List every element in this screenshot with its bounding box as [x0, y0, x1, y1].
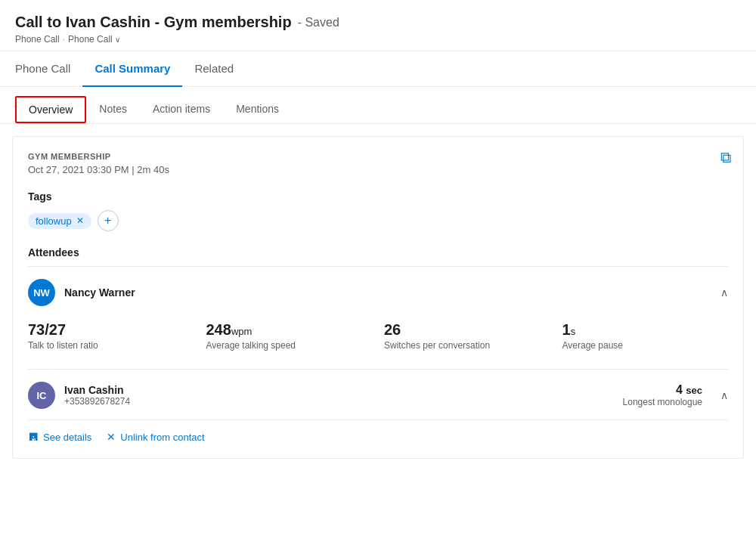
- breadcrumb-separator: ·: [63, 34, 65, 45]
- unlink-label: Unlink from contact: [120, 432, 204, 443]
- tag-remove-icon[interactable]: ✕: [76, 215, 84, 226]
- stat-talking-speed-label: Average talking speed: [206, 340, 373, 351]
- tag-followup: followup ✕: [28, 213, 91, 229]
- tab-related[interactable]: Related: [182, 51, 246, 87]
- subtab-mentions[interactable]: Mentions: [223, 96, 292, 123]
- attendee-chevron-ic[interactable]: ∧: [720, 389, 728, 401]
- tab-call-summary[interactable]: Call Summary: [82, 51, 182, 87]
- page-header: Call to Ivan Cashin - Gym membership - S…: [0, 0, 756, 51]
- stat-avg-pause-label: Average pause: [562, 340, 729, 351]
- breadcrumb-item1[interactable]: Phone Call: [15, 34, 60, 45]
- stat-talk-listen-value: 73/27: [28, 321, 194, 339]
- subtab-overview[interactable]: Overview: [15, 96, 86, 123]
- attendee-chevron-nw[interactable]: ∧: [720, 286, 728, 299]
- see-details-label: See details: [43, 432, 91, 443]
- stats-grid-nw: 73/27 Talk to listen ratio 248wpm Averag…: [28, 315, 728, 357]
- stat-talking-speed: 248wpm Average talking speed: [206, 321, 373, 351]
- unlink-button[interactable]: ✕ Unlink from contact: [107, 431, 204, 443]
- attendee-name-nw: Nancy Warner: [64, 286, 135, 299]
- unlink-icon: ✕: [107, 431, 116, 443]
- stat-longest-monologue: 4 sec Longest monologue: [623, 383, 702, 407]
- attendee-details-ic: Ivan Cashin +353892678274: [64, 384, 130, 407]
- record-title: GYM MEMBERSHIP: [28, 152, 728, 161]
- stat-switches-value: 26: [384, 321, 550, 339]
- stat-avg-pause: 1s Average pause: [562, 321, 729, 351]
- attendee-header-nw: NW Nancy Warner ∧: [28, 279, 728, 306]
- main-tabs: Phone Call Call Summary Related: [0, 51, 756, 87]
- page-title: Call to Ivan Cashin - Gym membership - S…: [15, 14, 741, 31]
- page-saved-label: - Saved: [298, 16, 339, 29]
- ivan-right: 4 sec Longest monologue ∧: [623, 383, 728, 407]
- tag-add-button[interactable]: +: [98, 210, 119, 231]
- attendee-phone-ic: +353892678274: [64, 396, 130, 407]
- stat-longest-monologue-value: 4 sec: [623, 383, 702, 397]
- stat-avg-pause-value: 1s: [562, 321, 729, 339]
- attendee-row-nw: NW Nancy Warner ∧ 73/27 Talk to listen r…: [28, 266, 728, 369]
- stat-talk-listen-label: Talk to listen ratio: [28, 340, 194, 351]
- copy-icon[interactable]: ⧉: [720, 149, 731, 166]
- footer-actions: 🖪 See details ✕ Unlink from contact: [28, 419, 728, 443]
- stat-longest-monologue-label: Longest monologue: [623, 397, 702, 407]
- subtab-action-items[interactable]: Action items: [140, 96, 223, 123]
- attendees-label: Attendees: [28, 246, 728, 258]
- record-meta: Oct 27, 2021 03:30 PM | 2m 40s: [28, 164, 728, 175]
- sub-tabs: Overview Notes Action items Mentions: [0, 87, 756, 124]
- stat-talking-speed-value: 248wpm: [206, 321, 373, 339]
- attendee-info-nw: NW Nancy Warner: [28, 279, 135, 306]
- page-title-text: Call to Ivan Cashin - Gym membership: [15, 14, 292, 31]
- stat-switches: 26 Switches per conversation: [384, 321, 550, 351]
- see-details-icon: 🖪: [28, 431, 39, 443]
- tab-phone-call[interactable]: Phone Call: [15, 51, 82, 87]
- stat-switches-label: Switches per conversation: [384, 340, 550, 351]
- attendee-header-ic: IC Ivan Cashin +353892678274 4 sec Longe…: [28, 382, 728, 409]
- stat-talk-listen: 73/27 Talk to listen ratio: [28, 321, 194, 351]
- breadcrumb-item2[interactable]: Phone Call ∨: [68, 34, 120, 45]
- breadcrumb-chevron-icon: ∨: [115, 36, 120, 44]
- breadcrumb: Phone Call · Phone Call ∨: [15, 34, 741, 45]
- see-details-button[interactable]: 🖪 See details: [28, 431, 91, 443]
- avatar-ic: IC: [28, 382, 55, 409]
- attendee-info-ic: IC Ivan Cashin +353892678274: [28, 382, 130, 409]
- attendee-row-ic: IC Ivan Cashin +353892678274 4 sec Longe…: [28, 369, 728, 409]
- call-overview-card: ⧉ GYM MEMBERSHIP Oct 27, 2021 03:30 PM |…: [12, 136, 744, 459]
- attendees-section: Attendees NW Nancy Warner ∧ 73/27 Talk t…: [28, 246, 728, 443]
- attendee-name-ic: Ivan Cashin: [64, 384, 130, 396]
- tags-label: Tags: [28, 190, 728, 203]
- avatar-nw: NW: [28, 279, 55, 306]
- subtab-notes[interactable]: Notes: [86, 96, 140, 123]
- tag-followup-text: followup: [36, 215, 72, 227]
- tags-container: followup ✕ +: [28, 210, 728, 231]
